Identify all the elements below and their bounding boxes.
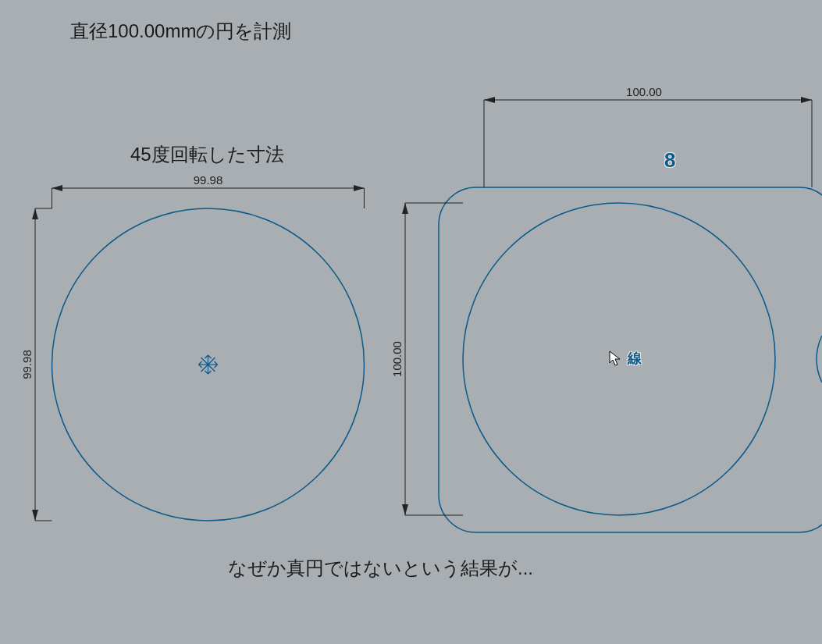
svg-line-20 [205, 371, 208, 374]
svg-line-21 [208, 371, 212, 374]
svg-marker-3 [52, 185, 63, 191]
svg-marker-26 [801, 97, 812, 103]
svg-marker-31 [402, 504, 408, 515]
svg-line-18 [205, 355, 208, 358]
right-group: 100.00 100.00 [390, 85, 822, 532]
svg-marker-4 [354, 185, 365, 191]
left-dim-h-value: 99.98 [194, 173, 223, 187]
svg-line-19 [208, 355, 212, 358]
constraint-icon [199, 355, 218, 374]
svg-marker-30 [402, 203, 408, 214]
right-dim-h-value: 100.00 [626, 85, 662, 98]
right-dim-horizontal[interactable]: 100.00 [484, 85, 812, 187]
cad-canvas[interactable]: 99.98 99.98 [0, 0, 822, 644]
svg-marker-25 [484, 97, 495, 103]
partial-arc[interactable] [817, 336, 822, 382]
svg-line-17 [215, 365, 218, 368]
right-circle[interactable] [463, 203, 775, 515]
rounded-rect[interactable] [439, 187, 822, 532]
left-dim-vertical[interactable]: 99.98 [20, 208, 52, 521]
svg-line-14 [199, 361, 202, 365]
left-dim-horizontal[interactable]: 99.98 [52, 173, 365, 208]
svg-line-15 [199, 365, 202, 368]
svg-line-16 [215, 361, 218, 365]
svg-marker-8 [32, 208, 38, 219]
right-dim-v-value: 100.00 [390, 341, 404, 377]
left-dim-v-value: 99.98 [20, 350, 34, 379]
svg-marker-9 [32, 510, 38, 521]
left-group: 99.98 99.98 [20, 173, 365, 521]
right-dim-vertical[interactable]: 100.00 [390, 203, 463, 515]
